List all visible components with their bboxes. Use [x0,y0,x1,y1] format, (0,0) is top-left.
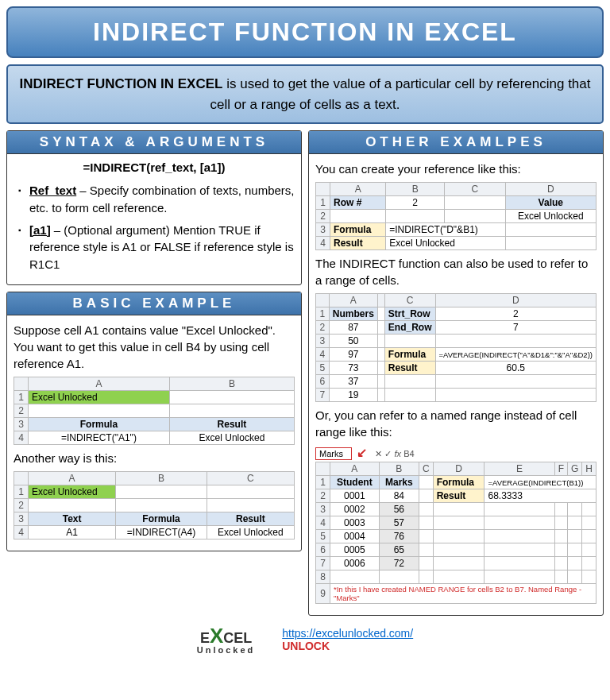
other-p3: Or, you can refer to a named range inste… [315,407,596,440]
cell: =INDIRECT("D"&B1) [386,223,505,237]
logo: EXCEL Unlocked [197,624,256,655]
cell: 0002 [330,503,380,516]
arg2-name: [a1] [29,223,51,237]
cell: Formula [29,417,170,431]
cell: Formula [384,348,435,362]
cell: Result [330,237,386,250]
cell: 65 [379,543,419,557]
left-column: SYNTAX & ARGUMENTS =INDIRECT(ref_text, [… [6,130,302,616]
footer-unlock: UNLOCK [282,640,330,652]
page-title: INDIRECT FUNCTION IN EXCEL [6,6,604,58]
cell: Result [169,417,294,431]
cell: 76 [379,530,419,543]
arg-1: Ref_text – Specify combination of texts,… [18,182,295,217]
other-table-3: ABCDEFGH 1StudentMarksFormula=AVERAGE(IN… [315,462,596,604]
intro-lead: INDIRECT FUNCTION IN EXCEL [20,76,223,91]
cell: Numbers [329,307,377,321]
syntax-panel: SYNTAX & ARGUMENTS =INDIRECT(ref_text, [… [6,130,302,285]
cell: Value [505,196,596,210]
logo-cel: CEL [223,630,252,646]
logo-e: E [200,630,210,646]
cell: 57 [379,516,419,530]
cell: Marks [379,476,419,489]
cell: Result [384,362,435,375]
cell: =AVERAGE(INDIRECT("A"&D1&":"&"A"&D2)) [435,348,596,362]
cell: Text [29,512,116,525]
other-p1: You can create your reference like this: [315,160,596,177]
cell: 72 [379,557,419,570]
other-title: OTHER EXAMLPES [309,131,603,154]
other-table-1: ABCD 1Row #2Value 2Excel Unlocked 3Formu… [315,182,596,250]
cell: 2 [435,307,596,321]
intro-rest: is used to get the value of a particular… [210,76,590,112]
cell: =INDIRECT("A1") [29,431,170,444]
cell: 84 [379,489,419,503]
arrow-icon: ↙ [357,446,367,459]
basic-p1: Suppose cell A1 contains value "Excel Un… [14,322,295,372]
cell: Formula [116,512,207,525]
cell: Formula [433,476,485,489]
basic-p2: Another way is this: [14,450,295,466]
cell: 0003 [330,516,380,530]
cell: Result [433,489,485,503]
cell: Excel Unlocked [207,525,294,539]
cell: Excel Unlocked [505,210,596,223]
basic-table-1: AB 1Excel Unlocked 2 3FormulaResult 4=IN… [14,377,295,445]
cell: Excel Unlocked [386,237,505,250]
syntax-formula: =INDIRECT(ref_text, [a1]) [14,160,295,174]
cell: 0005 [330,543,380,557]
cell: 37 [329,375,377,389]
cell: Formula [330,223,386,237]
arg2-desc: – (Optional argument) Mention TRUE if re… [29,223,294,272]
arg1-name: Ref_text [29,184,76,197]
cell: Row # [330,196,386,210]
cell: Excel Unlocked [29,390,170,404]
cell: Strt_Row [384,307,435,321]
right-column: OTHER EXAMLPES You can create your refer… [308,130,604,616]
cell: 97 [329,348,377,362]
cell: Excel Unlocked [29,485,116,498]
cell: 68.3333 [485,489,596,503]
syntax-title: SYNTAX & ARGUMENTS [7,131,301,154]
arg-2: [a1] – (Optional argument) Mention TRUE … [18,222,295,273]
cell: 19 [329,389,377,402]
cell: 0006 [330,557,380,570]
cell: 7 [435,321,596,335]
arg-list: Ref_text – Specify combination of texts,… [14,182,295,273]
cell: 0004 [330,530,380,543]
cell: 73 [329,362,377,375]
logo-sub: Unlocked [197,645,256,655]
cell: Student [330,476,380,489]
cell: End_Row [384,321,435,335]
footer-link[interactable]: https://excelunlocked.com/ [282,627,413,640]
footer: EXCEL Unlocked https://excelunlocked.com… [6,624,604,655]
cell: =AVERAGE(INDIRECT(B1)) [485,476,596,489]
cell: =INDIRECT(A4) [116,525,207,539]
namebox-row: Marks↙ ✕ ✓ fx B4 [315,445,596,460]
name-box: Marks [315,447,352,460]
other-table-2: ACD 1NumbersStrt_Row2 287End_Row7 350 49… [315,293,596,402]
fx-label: ✕ ✓ fx [375,449,403,458]
basic-panel: BASIC EXAMPLE Suppose cell A1 contains v… [6,292,302,551]
cell: 50 [329,335,377,348]
basic-title: BASIC EXAMPLE [7,292,301,315]
other-p2: The INDIRECT function can also be used t… [315,255,596,288]
fx-value: B4 [403,449,414,458]
cell: 0001 [330,489,380,503]
logo-x: X [210,624,223,648]
columns: SYNTAX & ARGUMENTS =INDIRECT(ref_text, [… [6,130,604,616]
named-range-note: *In this I have created NAMED RANGE for … [330,584,596,604]
cell: 60.5 [435,362,596,375]
other-panel: OTHER EXAMLPES You can create your refer… [308,130,604,616]
cell: A1 [29,525,116,539]
cell: 2 [386,196,445,210]
intro-box: INDIRECT FUNCTION IN EXCEL is used to ge… [6,64,604,124]
cell: 87 [329,321,377,335]
basic-table-2: ABC 1Excel Unlocked 2 3TextFormulaResult… [14,471,295,540]
cell: 56 [379,503,419,516]
cell: Result [207,512,294,525]
cell: Excel Unlocked [169,431,294,444]
